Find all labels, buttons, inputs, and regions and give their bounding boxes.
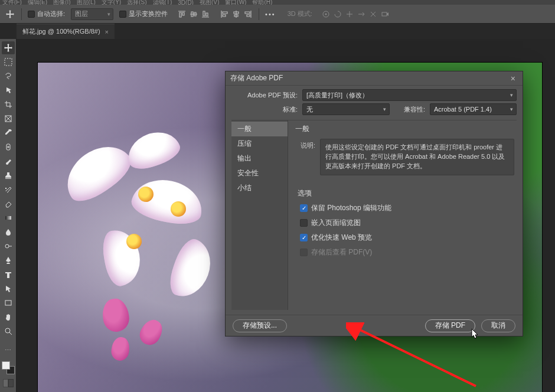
pan-icon[interactable] xyxy=(345,10,354,18)
align-vcenter-icon[interactable] xyxy=(189,9,198,19)
svg-point-7 xyxy=(5,244,9,248)
lasso-tool[interactable] xyxy=(2,70,15,83)
checkbox-icon xyxy=(300,249,308,256)
compat-dropdown[interactable]: Acrobat 5 (PDF 1.4) xyxy=(430,103,517,115)
pen-tool[interactable] xyxy=(2,254,15,267)
align-top-icon[interactable] xyxy=(177,9,187,19)
show-transform-check[interactable]: 显示变换控件 xyxy=(119,9,168,18)
save-preset-button[interactable]: 存储预设... xyxy=(233,319,287,332)
options-bar: 自动选择: 图层 显示变换控件 ••• 3D 模式: xyxy=(0,5,555,24)
option-embed-thumbnail[interactable]: 嵌入页面缩览图 xyxy=(300,218,514,228)
sidebar-item-compress[interactable]: 压缩 xyxy=(231,136,288,151)
slide-icon[interactable] xyxy=(357,10,365,18)
document-tab-title: 鲜花.jpg @ 100%(RGB/8#) xyxy=(22,27,100,36)
preset-label: Adobe PDF 预设: xyxy=(231,91,298,100)
svg-rect-3 xyxy=(5,58,12,66)
eraser-tool[interactable] xyxy=(2,197,15,210)
sidebar-item-output[interactable]: 输出 xyxy=(231,151,288,166)
preset-dropdown[interactable]: [高质量打印]（修改） xyxy=(302,89,517,101)
svg-rect-6 xyxy=(5,216,11,220)
move-tool[interactable] xyxy=(2,41,15,54)
history-brush-tool[interactable] xyxy=(2,183,15,196)
tool-strip: ⋯ xyxy=(0,39,17,392)
type-tool[interactable] xyxy=(2,268,15,281)
mode3d-label: 3D 模式: xyxy=(288,9,312,18)
brush-tool[interactable] xyxy=(2,155,15,168)
save-pdf-button[interactable]: 存储 PDF xyxy=(425,319,475,332)
move-tool-icon[interactable] xyxy=(5,9,15,19)
svg-point-1 xyxy=(325,13,327,15)
shape-tool[interactable] xyxy=(2,296,15,309)
quick-select-tool[interactable] xyxy=(2,84,15,97)
camera-icon[interactable] xyxy=(381,10,389,18)
dialog-title: 存储 Adobe PDF xyxy=(230,73,283,83)
align-bottom-icon[interactable] xyxy=(201,9,210,19)
zoom-tool[interactable] xyxy=(2,325,15,338)
align-group2 xyxy=(220,9,253,19)
option-label: 存储后查看 PDF(V) xyxy=(311,247,372,257)
option-label: 保留 Photoshop 编辑功能 xyxy=(311,203,391,213)
edit-toolbar[interactable]: ⋯ xyxy=(2,344,15,357)
eyedropper-tool[interactable] xyxy=(2,126,15,139)
separator xyxy=(21,8,22,20)
sidebar-item-summary[interactable]: 小结 xyxy=(231,181,288,195)
align-hcenter-icon[interactable] xyxy=(231,9,241,19)
show-transform-label: 显示变换控件 xyxy=(129,9,168,18)
compat-label: 兼容性: xyxy=(394,105,425,114)
roll-icon[interactable] xyxy=(334,10,342,18)
mode3d-icons xyxy=(322,10,389,18)
description-label: 说明: xyxy=(295,139,315,175)
stamp-tool[interactable] xyxy=(2,169,15,182)
auto-select-label: 自动选择: xyxy=(37,9,65,18)
sidebar-item-general[interactable]: 一般 xyxy=(231,122,288,136)
foreground-background-color[interactable] xyxy=(2,361,15,374)
section-title-general: 一般 xyxy=(295,124,514,134)
option-view-after-save: 存储后查看 PDF(V) xyxy=(300,247,514,257)
frame-tool[interactable] xyxy=(2,112,15,125)
option-label: 嵌入页面缩览图 xyxy=(311,218,361,228)
dialog-sidebar: 一般 压缩 输出 安全性 小结 xyxy=(231,120,288,310)
close-icon[interactable]: × xyxy=(508,74,518,83)
option-optimize-web[interactable]: ✓ 优化快速 Web 预览 xyxy=(300,233,514,243)
svg-rect-2 xyxy=(382,12,387,16)
svg-point-9 xyxy=(5,328,10,333)
standard-label: 标准: xyxy=(231,105,298,114)
menubar[interactable]: 文件(F)编辑(E)图像(I)图层(L)文字(Y)选择(S)滤镜(T)3D(D)… xyxy=(0,0,555,5)
document-tab-bar: 鲜花.jpg @ 100%(RGB/8#) × xyxy=(0,24,555,39)
document-tab[interactable]: 鲜花.jpg @ 100%(RGB/8#) × xyxy=(17,24,115,39)
path-select-tool[interactable] xyxy=(2,282,15,295)
separator xyxy=(259,8,259,20)
auto-select-check[interactable]: 自动选择: xyxy=(28,9,65,18)
cancel-button[interactable]: 取消 xyxy=(481,319,515,332)
description-text[interactable]: 使用这些设定创建的 PDF 文档可通过桌面打印机和 proofer 进行高质量打… xyxy=(320,139,514,175)
blur-tool[interactable] xyxy=(2,226,15,239)
close-tab-icon[interactable]: × xyxy=(105,28,109,35)
option-preserve-editing[interactable]: ✓ 保留 Photoshop 编辑功能 xyxy=(300,203,514,213)
align-group xyxy=(177,9,210,19)
option-label: 优化快速 Web 预览 xyxy=(311,233,372,243)
more-options[interactable]: ••• xyxy=(265,11,276,18)
save-adobe-pdf-dialog: 存储 Adobe PDF × Adobe PDF 预设: [高质量打印]（修改）… xyxy=(225,71,523,337)
checkbox-icon: ✓ xyxy=(300,234,308,241)
sidebar-item-security[interactable]: 安全性 xyxy=(231,166,288,181)
align-left-icon[interactable] xyxy=(220,9,229,19)
crop-tool[interactable] xyxy=(2,98,15,111)
quick-mask-toggle[interactable] xyxy=(3,379,14,387)
dialog-titlebar[interactable]: 存储 Adobe PDF × xyxy=(226,71,523,86)
gradient-tool[interactable] xyxy=(2,211,15,224)
svg-rect-8 xyxy=(5,300,11,305)
align-right-icon[interactable] xyxy=(243,9,253,19)
marquee-tool[interactable] xyxy=(2,55,15,68)
orbit-icon[interactable] xyxy=(322,10,330,18)
standard-dropdown[interactable]: 无 xyxy=(302,103,390,115)
auto-select-target[interactable]: 图层 xyxy=(71,8,113,20)
healing-tool[interactable] xyxy=(2,141,15,153)
options-section-label: 选项 xyxy=(295,188,514,198)
zoom3d-icon[interactable] xyxy=(369,10,377,18)
hand-tool[interactable] xyxy=(2,311,15,324)
checkbox-icon xyxy=(300,219,308,227)
dodge-tool[interactable] xyxy=(2,240,15,253)
checkbox-icon: ✓ xyxy=(300,204,308,212)
